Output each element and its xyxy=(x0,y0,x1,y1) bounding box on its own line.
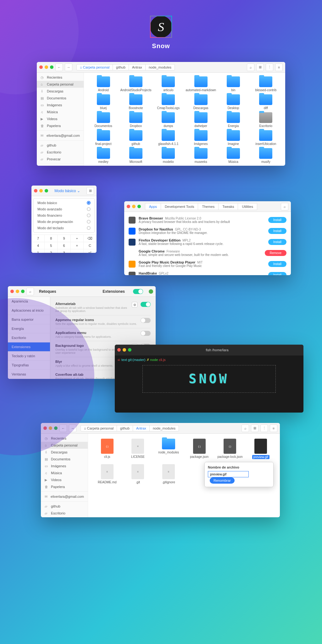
sidebar-item[interactable]: ✉eliverlara@gmail.com xyxy=(37,132,84,139)
folder-item[interactable]: Boostnote xyxy=(120,94,151,110)
calc-mode-dropdown[interactable]: Modo básico ⌄ xyxy=(50,189,85,193)
extension-toggle[interactable] xyxy=(141,302,151,307)
folder-item[interactable]: dumps xyxy=(153,112,184,128)
calc-key[interactable]: C xyxy=(84,242,96,249)
folder-item[interactable]: bluej xyxy=(88,94,119,110)
maximize-icon[interactable] xyxy=(50,65,53,69)
folder-item[interactable]: glassfish-4.1.1 xyxy=(153,130,184,146)
folder-item[interactable]: modelio xyxy=(153,148,184,164)
sidebar-item[interactable]: ♫Música xyxy=(37,108,84,115)
tweaks-sidebar-item[interactable]: Teclado y ratón xyxy=(8,352,50,361)
hamburger-icon[interactable]: ≡ xyxy=(275,64,283,71)
calc-mode-option[interactable]: Modo de programación xyxy=(35,219,93,225)
tweaks-sidebar-item[interactable]: Extensiones xyxy=(8,342,50,352)
calc-key[interactable]: 8 xyxy=(45,235,57,242)
file-item[interactable]: { }cli.js xyxy=(93,439,121,459)
sidebar-item[interactable]: ◷Recientes xyxy=(41,435,88,442)
folder-item[interactable]: medley xyxy=(88,148,119,164)
remove-button[interactable]: Remove xyxy=(265,250,286,256)
sidebar-item[interactable]: ♫Música xyxy=(41,469,88,476)
calc-key[interactable]: 7 xyxy=(32,235,44,242)
extension-toggle[interactable] xyxy=(141,318,151,323)
calc-key[interactable]: 4 xyxy=(32,242,44,249)
file-item[interactable]: ≡README.md xyxy=(93,464,121,484)
folder-item[interactable]: Música xyxy=(218,148,249,164)
install-button[interactable]: Install xyxy=(268,228,286,234)
file-item[interactable]: ≡.gitignore xyxy=(154,464,183,484)
tweaks-sidebar-item[interactable]: Tipografías xyxy=(8,361,50,370)
breadcrumb-item[interactable]: github xyxy=(117,425,133,431)
calc-key[interactable]: 1 xyxy=(32,249,44,253)
close-icon[interactable] xyxy=(43,426,47,430)
calc-mode-option[interactable]: Modo avanzado xyxy=(35,206,93,212)
folder-item[interactable]: Android xyxy=(88,76,119,92)
sidebar-item[interactable]: ▤Documentos xyxy=(37,95,84,102)
search-icon[interactable]: ⌕ xyxy=(26,288,34,295)
minimize-icon[interactable] xyxy=(132,205,136,208)
file-item[interactable]: ≡LICENSE xyxy=(124,439,152,459)
breadcrumb-item[interactable]: Antrax xyxy=(133,425,150,431)
master-toggle[interactable] xyxy=(133,289,143,294)
sidebar-item[interactable]: ✉eliverlara@gmail.com xyxy=(41,493,88,500)
file-item[interactable]: preview.gif xyxy=(247,439,275,459)
folder-item[interactable]: musify xyxy=(250,148,281,164)
extension-toggle[interactable] xyxy=(141,331,151,336)
view-icon[interactable]: ⊞ xyxy=(251,425,258,432)
sidebar-item[interactable]: ⌂Carpeta personal xyxy=(41,442,88,449)
folder-item[interactable]: AndroidStudioProjects xyxy=(120,76,151,92)
maximize-icon[interactable] xyxy=(128,348,131,352)
maximize-icon[interactable] xyxy=(137,205,141,208)
folder-item[interactable]: Imagine xyxy=(218,130,249,146)
folder-item[interactable]: CmapToolsLogs xyxy=(153,94,184,110)
calc-key[interactable]: x² xyxy=(84,249,96,253)
folder-item[interactable]: Imágenes xyxy=(185,130,216,146)
search-icon[interactable]: ⌕ xyxy=(242,425,249,432)
folder-item[interactable]: insertUbication xyxy=(250,130,281,146)
file-item[interactable]: ≡.git xyxy=(124,464,152,484)
breadcrumb-item[interactable]: node_modules xyxy=(145,64,175,70)
maximize-icon[interactable] xyxy=(21,290,25,293)
tweaks-sidebar-item[interactable]: Barra superior xyxy=(8,315,50,324)
maximize-icon[interactable] xyxy=(54,426,58,430)
folder-item[interactable]: Escritorio xyxy=(250,112,281,128)
calc-key[interactable]: 5 xyxy=(45,242,57,249)
category-tab[interactable]: Utilities xyxy=(238,203,257,210)
calc-mode-option[interactable]: Modo del teclado xyxy=(35,225,93,231)
close-icon[interactable] xyxy=(117,348,121,352)
calc-key[interactable]: 2 xyxy=(45,249,57,253)
back-button[interactable]: ← xyxy=(55,64,63,71)
close-icon[interactable] xyxy=(39,65,43,69)
rename-input[interactable] xyxy=(208,471,249,477)
forward-button[interactable]: → xyxy=(65,64,72,71)
folder-item[interactable]: Descargas xyxy=(185,94,216,110)
calc-key[interactable]: ÷ xyxy=(71,235,83,242)
folder-item[interactable]: dwhelper xyxy=(185,112,216,128)
folder-item[interactable]: Energia xyxy=(218,112,249,128)
tweaks-sidebar-item[interactable]: Ventanas xyxy=(8,370,50,379)
sidebar-item[interactable]: ▶Videos xyxy=(37,115,84,122)
close-icon[interactable] xyxy=(34,189,37,192)
breadcrumb-item[interactable]: ⌂ Carpeta personal xyxy=(80,425,117,431)
folder-item[interactable]: Documentos xyxy=(88,112,119,128)
sidebar-item[interactable]: ▶Videos xyxy=(41,476,88,483)
calc-key[interactable]: ⌫ xyxy=(84,235,96,242)
folder-item[interactable]: Dropbox xyxy=(120,112,151,128)
folder-item[interactable]: museeks xyxy=(185,148,216,164)
folder-item[interactable]: Microsoft xyxy=(120,148,151,164)
sidebar-item[interactable]: ▤Documentos xyxy=(41,456,88,463)
back-button[interactable]: ← xyxy=(59,425,67,432)
breadcrumb-item[interactable]: github xyxy=(113,64,129,70)
rename-button[interactable]: Renombrar xyxy=(210,477,235,484)
tweaks-sidebar-item[interactable]: Apariencia xyxy=(8,297,50,306)
sidebar-item[interactable]: ▱github xyxy=(37,142,84,149)
close-icon[interactable] xyxy=(10,290,14,293)
folder-item[interactable]: automated-markdown xyxy=(185,76,216,92)
install-button[interactable]: Install xyxy=(268,261,286,267)
sidebar-item[interactable]: ▱Prevecar xyxy=(37,156,84,163)
minimize-icon[interactable] xyxy=(45,65,48,69)
breadcrumb-item[interactable]: Antrax xyxy=(129,64,146,70)
calc-key[interactable]: 9 xyxy=(58,235,70,242)
sidebar-item[interactable]: ⌂Carpeta personal xyxy=(37,81,84,88)
search-icon[interactable]: ⌕ xyxy=(247,64,254,71)
sidebar-item[interactable]: ⇩Descargas xyxy=(37,88,84,95)
